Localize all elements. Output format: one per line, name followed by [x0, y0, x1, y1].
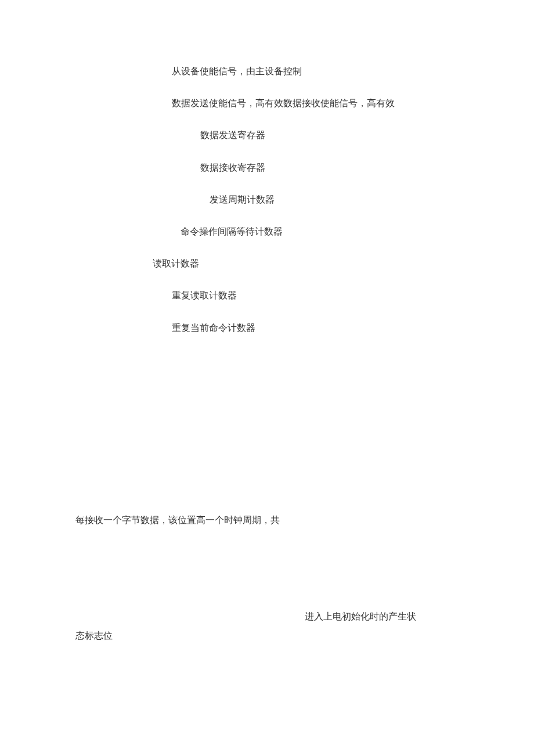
text-line-2: 数据发送使能信号，高有效数据接收使能信号，高有效: [172, 96, 395, 110]
text-line-4: 数据接收寄存器: [200, 161, 265, 175]
text-line-11a: 进入上电初始化时的产生状: [305, 610, 416, 624]
text-line-3: 数据发送寄存器: [200, 128, 265, 142]
text-line-10: 每接收一个字节数据，该位置高一个时钟周期，共: [75, 513, 280, 527]
text-line-6: 命令操作间隔等待计数器: [181, 225, 283, 239]
text-line-11b: 态标志位: [75, 629, 113, 643]
text-line-1: 从设备使能信号，由主设备控制: [172, 64, 302, 78]
document-page: 从设备使能信号，由主设备控制 数据发送使能信号，高有效数据接收使能信号，高有效 …: [0, 0, 534, 756]
text-line-7: 读取计数器: [153, 257, 199, 271]
text-line-9: 重复当前命令计数器: [172, 321, 255, 335]
text-line-8: 重复读取计数器: [172, 289, 237, 303]
text-line-5: 发送周期计数器: [210, 193, 275, 207]
